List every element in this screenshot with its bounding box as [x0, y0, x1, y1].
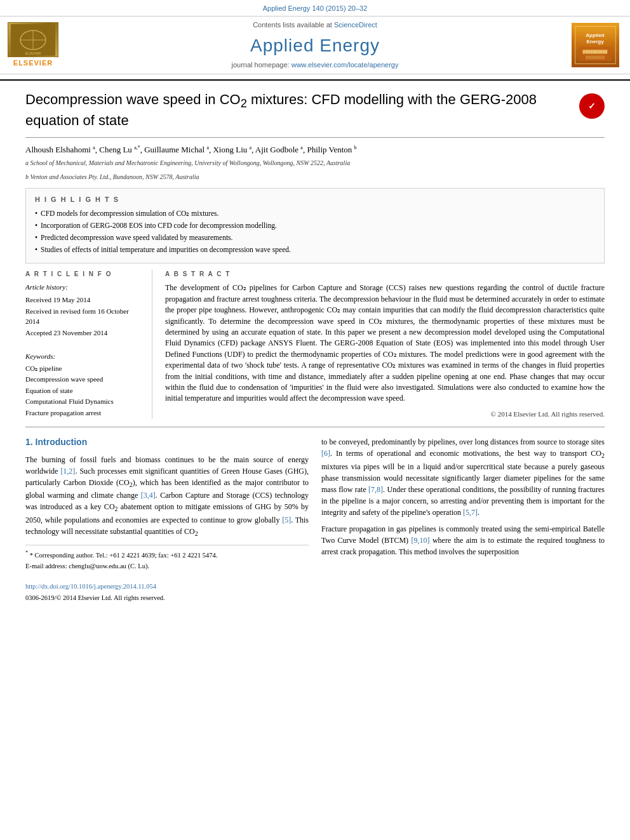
keyword-4: Computational Fluid Dynamics [25, 397, 143, 406]
authors-line: Alhoush Elshahomi a, Cheng Lu a,*, Guill… [25, 144, 605, 156]
affiliation-a: a School of Mechanical, Materials and Me… [25, 159, 605, 168]
body-section: 1. Introduction The burning of fossil fu… [25, 436, 605, 605]
highlight-item-1: • CFD models for decompression simulatio… [35, 208, 595, 218]
svg-text:ELSEVIER: ELSEVIER [25, 51, 41, 55]
highlight-item-4: • Studies of effects of initial temperat… [35, 244, 595, 255]
abstract-text: The development of CO₂ pipelines for Car… [165, 283, 605, 404]
main-content: Decompression wave speed in CO2 mixtures… [0, 81, 630, 617]
journal-title: Applied Energy [58, 33, 572, 58]
article-info: A R T I C L E I N F O Article history: R… [25, 270, 152, 419]
revised-date: Received in revised form 16 October 2014 [25, 307, 143, 326]
applied-energy-badge: Applied Energy ▓▓▓▓▓▓▓▓▓▓ ▒▒▒▒▒▒▒▒ [572, 23, 619, 67]
keyword-1: CO₂ pipeline [25, 364, 143, 373]
two-curve-text: Two Curve [321, 536, 356, 545]
keyword-2: Decompression wave speed [25, 375, 143, 384]
keyword-3: Equation of state [25, 386, 143, 396]
info-abstract-section: A R T I C L E I N F O Article history: R… [25, 270, 605, 427]
abstract-section: A B S T R A C T The development of CO₂ p… [165, 270, 605, 419]
svg-text:Energy: Energy [586, 39, 604, 45]
elsevier-logo: ELSEVIER ELSEVIER [8, 22, 58, 68]
footnote-area: * * Corresponding author. Tel.: +61 2 42… [25, 545, 309, 603]
svg-text:✓: ✓ [588, 101, 596, 111]
elsevier-logo-image: ELSEVIER [8, 22, 58, 57]
journal-banner: ELSEVIER ELSEVIER Contents lists availab… [0, 16, 630, 74]
svg-text:▒▒▒▒▒▒▒▒: ▒▒▒▒▒▒▒▒ [586, 55, 605, 60]
highlights-title: H I G H L I G H T S [35, 195, 595, 204]
svg-text:▓▓▓▓▓▓▓▓▓▓: ▓▓▓▓▓▓▓▓▓▓ [583, 50, 608, 54]
banner-center: Contents lists available at ScienceDirec… [58, 20, 572, 70]
svg-text:Applied: Applied [586, 32, 605, 38]
article-title: Decompression wave speed in CO2 mixtures… [25, 91, 579, 130]
banner-left: ELSEVIER ELSEVIER [8, 22, 58, 68]
footnote-issn: 0306-2619/© 2014 Elsevier Ltd. All right… [25, 594, 309, 603]
body-right-column: to be conveyed, predominantly by pipelin… [321, 436, 605, 605]
footnote-email: E-mail address: chenglu@uow.edu.au (C. L… [25, 562, 309, 571]
section1-paragraph3: Fracture propagation in gas pipelines is… [321, 523, 605, 557]
copyright-line: © 2014 Elsevier Ltd. All rights reserved… [165, 410, 605, 419]
accepted-date: Accepted 23 November 2014 [25, 328, 143, 338]
crossmark-badge[interactable]: ✓ [579, 93, 605, 119]
sciencedirect-line: Contents lists available at ScienceDirec… [58, 20, 572, 30]
article-title-section: Decompression wave speed in CO2 mixtures… [25, 91, 605, 138]
highlight-item-2: • Incorporation of GERG-2008 EOS into CF… [35, 220, 595, 230]
footnote-doi: http://dx.doi.org/10.1016/j.apenergy.201… [25, 582, 309, 592]
section1-paragraph2: to be conveyed, predominantly by pipelin… [321, 436, 605, 517]
banner-right: Applied Energy ▓▓▓▓▓▓▓▓▓▓ ▒▒▒▒▒▒▒▒ [572, 23, 622, 67]
footnote-corresponding: * * Corresponding author. Tel.: +61 2 42… [25, 549, 309, 560]
received-date: Received 19 May 2014 [25, 295, 143, 305]
article-history-label: Article history: [25, 283, 143, 292]
affiliation-b: b Venton and Associates Pty. Ltd., Bunda… [25, 173, 605, 182]
body-left-column: 1. Introduction The burning of fossil fu… [25, 436, 309, 605]
keywords-label: Keywords: [25, 352, 143, 361]
section1-heading: 1. Introduction [25, 436, 309, 449]
elsevier-text: ELSEVIER [13, 58, 53, 68]
journal-header: Applied Energy 140 (2015) 20–32 ELSEVIER… [0, 0, 630, 81]
journal-top-line: Applied Energy 140 (2015) 20–32 [0, 0, 630, 16]
keyword-5: Fracture propagation arrest [25, 408, 143, 418]
journal-homepage: journal homepage: www.elsevier.com/locat… [58, 60, 572, 70]
highlight-item-3: • Predicted decompression wave speed val… [35, 232, 595, 243]
article-info-title: A R T I C L E I N F O [25, 270, 143, 279]
keywords-list: CO₂ pipeline Decompression wave speed Eq… [25, 364, 143, 418]
abstract-title: A B S T R A C T [165, 270, 605, 279]
section1-paragraph1: The burning of fossil fuels and biomass … [25, 454, 309, 538]
highlights-section: H I G H L I G H T S • CFD models for dec… [25, 188, 605, 264]
